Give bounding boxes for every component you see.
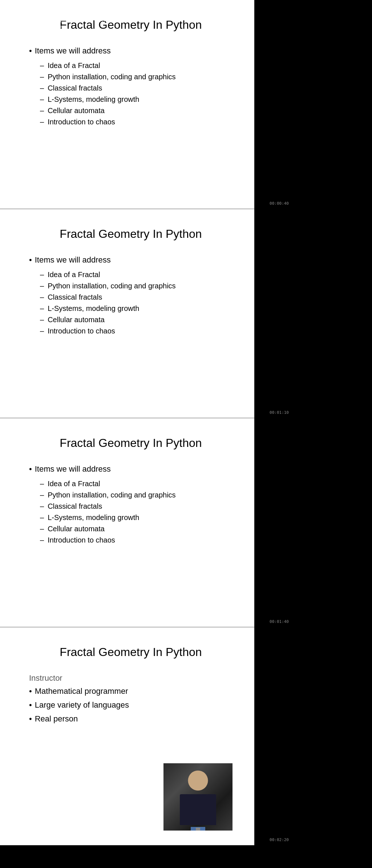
slide-4-timestamp: 00:02:20 [256, 837, 289, 842]
list-item: Classical fractals [40, 292, 232, 303]
file-info-line2: Size: 5805963 bytes (5.54 MiB), duration… [2, 7, 178, 12]
slide-2-main-bullet: Items we will address [29, 255, 232, 265]
list-item: Real person [29, 714, 232, 724]
instructor-photo [163, 763, 232, 831]
list-item: Cellular automata [40, 523, 232, 535]
list-item: Introduction to chaos [40, 535, 232, 546]
list-item: Idea of a Fractal [40, 269, 232, 280]
list-item: Mathematical programmer [29, 687, 232, 696]
list-item: Cellular automata [40, 105, 232, 116]
slide-1-main-bullet: Items we will address [29, 46, 232, 56]
person-body [180, 794, 216, 825]
slide-3-title: Fractal Geometry In Python [29, 436, 232, 450]
slide-3-main-bullet: Items we will address [29, 464, 232, 474]
slide-2: Fractal Geometry In Python Items we will… [0, 209, 254, 418]
slide-4-title: Fractal Geometry In Python [29, 645, 232, 659]
list-item: Idea of a Fractal [40, 478, 232, 489]
person-tie [196, 828, 200, 831]
list-item: Introduction to chaos [40, 325, 232, 337]
slide-3-timestamp: 00:01:40 [256, 619, 289, 624]
file-info-line1: File: 001 Course Introduction.mp4 [2, 1, 178, 7]
list-item: Large variety of languages [29, 700, 232, 710]
list-item: Python installation, coding and graphics [40, 489, 232, 501]
list-item: Idea of a Fractal [40, 60, 232, 71]
list-item: Classical fractals [40, 501, 232, 512]
slide-2-sub-list: Idea of a Fractal Python installation, c… [40, 269, 232, 337]
list-item: Classical fractals [40, 83, 232, 94]
list-item: L-Systems, modeling growth [40, 303, 232, 314]
file-info-line5: Generated by Thumbnail.me [2, 24, 178, 29]
list-item: Python installation, coding and graphics [40, 280, 232, 292]
list-item: L-Systems, modeling growth [40, 94, 232, 105]
list-item: Python installation, coding and graphics [40, 71, 232, 83]
slide-3: Fractal Geometry In Python Items we will… [0, 418, 254, 627]
person-figure [163, 763, 232, 831]
slide-1-sub-list: Idea of a Fractal Python installation, c… [40, 60, 232, 128]
slide-2-title: Fractal Geometry In Python [29, 227, 232, 241]
list-item: Introduction to chaos [40, 116, 232, 128]
slide-2-timestamp: 00:01:10 [256, 410, 289, 415]
slide-4-bullets: Mathematical programmer Large variety of… [29, 687, 232, 724]
file-info-line3: Audio: aac, 48000 Hz, stereo (und) [2, 13, 178, 18]
file-info-line4: Video: h264, yuv420p, 1920x1080, 30.00 f… [2, 18, 178, 24]
slide-1-timestamp: 00:00:40 [256, 201, 289, 206]
slide-4: Fractal Geometry In Python Instructor Ma… [0, 627, 254, 845]
file-info: File: 001 Course Introduction.mp4 Size: … [0, 0, 180, 31]
slides-container: Fractal Geometry In Python Items we will… [0, 0, 254, 845]
list-item: Cellular automata [40, 314, 232, 325]
list-item: L-Systems, modeling growth [40, 512, 232, 523]
slide-4-instructor-label: Instructor [29, 673, 232, 683]
slide-3-sub-list: Idea of a Fractal Python installation, c… [40, 478, 232, 546]
slide-1: Fractal Geometry In Python Items we will… [0, 0, 254, 209]
person-head [188, 771, 208, 791]
